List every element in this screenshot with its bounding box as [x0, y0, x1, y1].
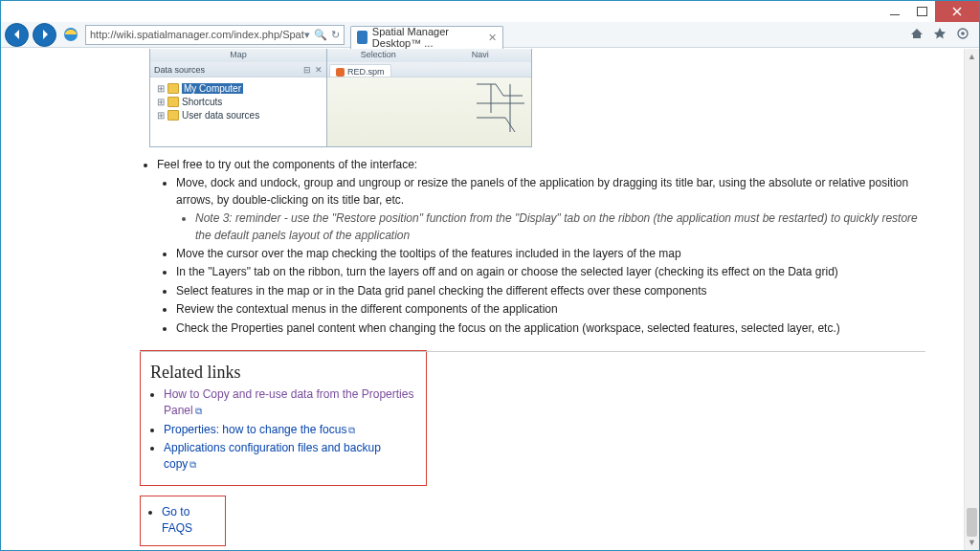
related-links-box: Related links How to Copy and re-use dat…: [140, 350, 427, 486]
address-bar[interactable]: http://wiki.spatialmanager.com/index.php…: [85, 25, 345, 45]
nav-back-button[interactable]: [5, 23, 29, 47]
embed-left-panel: Map Data sources ⊟✕ ⊞My Computer ⊞Shortc…: [150, 49, 327, 146]
toolbar-right: [910, 27, 975, 42]
link-config-backup[interactable]: Applications configuration files and bac…: [164, 441, 381, 471]
tab-strip: Spatial Manager Desktop™ ... ✕: [348, 22, 906, 48]
address-dropdown-icon[interactable]: ▾: [304, 29, 310, 41]
browser-tab[interactable]: Spatial Manager Desktop™ ... ✕: [350, 26, 503, 49]
related-link-2: Properties: how to change the focus⧉: [164, 422, 416, 438]
link-properties-focus[interactable]: Properties: how to change the focus: [164, 423, 346, 436]
list-item: Move the cursor over the map checking th…: [176, 246, 925, 262]
scroll-down-icon[interactable]: ▼: [965, 535, 979, 550]
note-3: Note 3: reminder - use the "Restore posi…: [195, 210, 925, 244]
list-item: Check the Properties panel content when …: [176, 320, 925, 337]
tab-favicon: [357, 31, 368, 44]
ie-icon: [63, 27, 78, 42]
external-link-icon: ⧉: [348, 425, 355, 435]
map-canvas: [327, 77, 531, 146]
embed-right-tabbar: Selection Navi: [327, 49, 531, 62]
home-icon[interactable]: [910, 27, 924, 42]
embed-tab-map: Map: [150, 49, 326, 62]
list-item: Select features in the map or in the Dat…: [176, 283, 925, 299]
scrollbar-thumb[interactable]: [967, 508, 977, 537]
external-link-icon: ⧉: [195, 406, 202, 416]
window-titlebar: [1, 1, 979, 22]
list-item: In the "Layers" tab on the ribbon, turn …: [176, 264, 925, 280]
embed-tab-selection: Selection: [327, 49, 430, 62]
tab-close-icon[interactable]: ✕: [488, 32, 497, 44]
window-close-button[interactable]: [935, 1, 979, 22]
embed-left-tabbar: Map: [150, 49, 326, 62]
related-link-1: How to Copy and re-use data from the Pro…: [164, 386, 416, 420]
data-sources-tree: ⊞My Computer ⊞Shortcuts ⊞User data sourc…: [150, 77, 326, 146]
related-link-3: Applications configuration files and bac…: [164, 440, 416, 474]
embedded-screenshot: Map Data sources ⊟✕ ⊞My Computer ⊞Shortc…: [149, 49, 532, 147]
list-item: Move, dock and undock, group and ungroup…: [176, 175, 925, 244]
tree-item-my-computer: ⊞My Computer: [156, 81, 321, 95]
go-to-faqs-link[interactable]: Go to FAQS: [162, 505, 192, 535]
close-panel-icon: ✕: [315, 65, 323, 75]
external-link-icon: ⧉: [189, 459, 196, 470]
list-item: Review the contextual menus in the diffe…: [176, 301, 925, 318]
embed-tab-nav: Navi: [430, 49, 532, 62]
url-text: http://wiki.spatialmanager.com/index.php…: [90, 29, 304, 40]
search-icon[interactable]: 🔍: [314, 29, 327, 41]
data-sources-header: Data sources ⊟✕: [150, 62, 326, 77]
browser-navbar: http://wiki.spatialmanager.com/index.php…: [1, 22, 979, 48]
svg-point-4: [961, 32, 965, 35]
scroll-up-icon[interactable]: ▲: [965, 49, 979, 64]
window-maximize-button[interactable]: [908, 1, 935, 22]
vertical-scrollbar[interactable]: ▲ ▼: [964, 49, 979, 550]
tools-icon[interactable]: [956, 27, 969, 42]
section-divider: [140, 351, 925, 352]
data-sources-title: Data sources: [154, 65, 205, 75]
page-content: Map Data sources ⊟✕ ⊞My Computer ⊞Shortc…: [1, 49, 964, 550]
list-intro: Feel free to try out the components of t…: [157, 157, 925, 337]
browser-window: http://wiki.spatialmanager.com/index.php…: [0, 0, 980, 551]
embed-right-panel: Selection Navi RED.spm: [327, 49, 531, 146]
go-to-faqs-box: Go to FAQS: [140, 496, 226, 546]
pin-icon: ⊟: [303, 65, 311, 75]
page-viewport: Map Data sources ⊟✕ ⊞My Computer ⊞Shortc…: [1, 49, 979, 550]
tree-item-shortcuts: ⊞Shortcuts: [156, 95, 321, 108]
faqs-item: Go to FAQS: [162, 504, 215, 538]
window-minimize-button[interactable]: [881, 1, 908, 22]
tree-item-user-data: ⊞User data sources: [156, 108, 321, 121]
nav-forward-button[interactable]: [33, 23, 56, 47]
favorites-icon[interactable]: [933, 27, 947, 42]
tab-title: Spatial Manager Desktop™ ...: [372, 26, 483, 49]
refresh-icon[interactable]: ↻: [331, 29, 340, 41]
related-links-heading: Related links: [150, 363, 416, 383]
